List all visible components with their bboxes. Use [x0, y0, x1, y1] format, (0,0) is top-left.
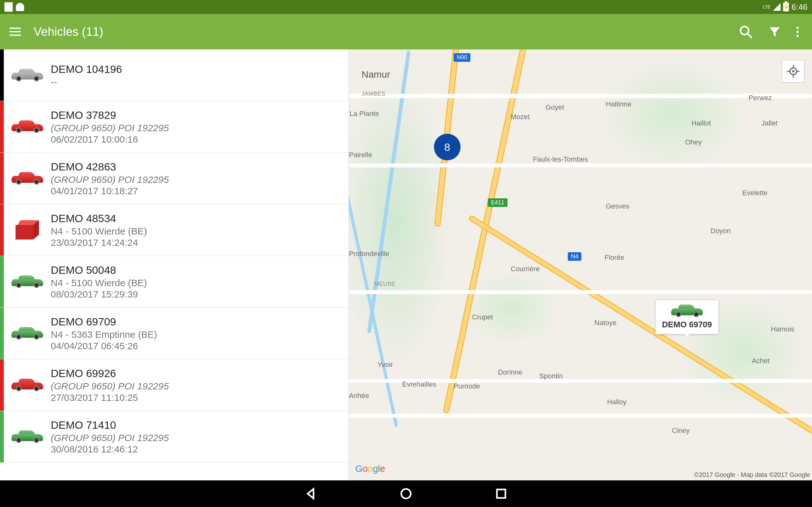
map-place-label: Doyon [711, 227, 731, 235]
map-place-label: JAMBES [362, 91, 386, 97]
vehicle-location: (GROUP 9650) POI 192295 [51, 174, 342, 185]
vehicle-icon [11, 172, 43, 185]
vehicle-icon [11, 327, 43, 340]
sd-card-icon [4, 2, 13, 12]
map-cluster-marker[interactable]: 8 [434, 134, 461, 160]
overflow-menu-button[interactable] [797, 26, 799, 37]
map-place-label: Profondeville [349, 250, 389, 258]
status-indicator [0, 205, 4, 256]
map-place-label: Natoye [595, 319, 617, 327]
vehicle-row[interactable]: DEMO 69926(GROUP 9650) POI 19229527/03/2… [0, 359, 349, 411]
vehicle-timestamp: 06/02/2017 10:00:16 [51, 134, 342, 145]
vehicle-name: DEMO 69709 [51, 316, 342, 328]
route-badge: N90 [454, 53, 470, 62]
map-place-label: Pairelle [349, 151, 372, 159]
map-place-label: Haillot [692, 119, 711, 127]
vehicle-row[interactable]: DEMO 48534N4 - 5100 Wierde (BE)23/03/201… [0, 205, 349, 256]
car-icon [671, 304, 703, 317]
back-button[interactable] [305, 487, 317, 500]
vehicle-icon [11, 120, 43, 133]
map-place-label: Anhée [349, 392, 369, 400]
recents-button[interactable] [495, 487, 507, 500]
map-place-label: Ciney [672, 427, 690, 435]
filter-button[interactable] [768, 25, 781, 38]
signal-icon [773, 3, 780, 11]
status-indicator [0, 101, 4, 153]
vehicle-timestamp: -- [51, 77, 342, 88]
status-indicator [0, 153, 4, 204]
vehicle-location: (GROUP 9650) POI 192295 [51, 381, 342, 392]
vehicle-timestamp: 04/01/2017 10:18:27 [51, 186, 342, 196]
status-indicator [0, 256, 4, 307]
vehicle-timestamp: 30/08/2016 12:46:12 [51, 444, 342, 455]
menu-button[interactable] [9, 27, 21, 36]
status-indicator [0, 359, 4, 411]
map-place-label: Achet [752, 357, 769, 365]
vehicle-row[interactable]: DEMO 37829(GROUP 9650) POI 19229506/02/2… [0, 101, 349, 153]
map-place-label: Crupet [472, 313, 493, 321]
vehicle-name: DEMO 71410 [51, 419, 342, 431]
map-place-label: Haltinne [606, 100, 631, 108]
info-window-label: DEMO 69709 [662, 320, 712, 330]
page-title: Vehicles (11) [34, 25, 739, 39]
search-button[interactable] [739, 25, 753, 39]
map-place-label: Meuse [374, 281, 396, 287]
vehicle-timestamp: 23/03/2017 14:24:24 [51, 237, 342, 248]
vehicle-row[interactable]: DEMO 69709N4 - 5363 Emptinne (BE)04/04/2… [0, 308, 349, 359]
vehicle-name: DEMO 69926 [51, 367, 342, 380]
map-place-label: Mozet [511, 113, 530, 121]
map-place-label: Hamois [771, 325, 795, 333]
android-status-bar: LTE ⚡ 6:46 [0, 0, 812, 14]
vehicle-name: DEMO 42863 [51, 161, 342, 173]
map-place-label: La Plante [350, 110, 379, 118]
map-place-label: Courrière [511, 265, 540, 273]
vehicle-name: DEMO 48534 [51, 212, 342, 225]
home-button[interactable] [400, 487, 412, 500]
map-place-label: Spontin [539, 372, 563, 380]
clock: 6:46 [792, 2, 808, 12]
search-icon [739, 25, 753, 39]
map-view[interactable]: NamurJAMBESLa PlantePairelleMozetGoyetHa… [349, 49, 812, 481]
map-place-label: Goyet [546, 103, 564, 112]
vehicle-location: N4 - 5100 Wierde (BE) [51, 226, 342, 237]
svg-line-1 [748, 34, 752, 38]
debug-icon [16, 3, 24, 11]
vehicle-row[interactable]: DEMO 104196-- [0, 49, 349, 101]
route-badge: N4 [568, 252, 581, 261]
vehicle-timestamp: 04/04/2017 06:45:26 [51, 341, 342, 351]
android-nav-bar [0, 481, 812, 507]
vehicle-list[interactable]: DEMO 104196--DEMO 37829(GROUP 9650) POI … [0, 49, 349, 481]
vehicle-name: DEMO 50048 [51, 264, 342, 276]
crosshair-icon [786, 65, 800, 78]
route-badge: E411 [488, 199, 507, 207]
map-place-label: Dorinne [498, 368, 522, 377]
battery-icon: ⚡ [783, 3, 789, 11]
filter-icon [768, 25, 781, 38]
map-attribution: ©2017 Google - Map data ©2017 Google [694, 471, 810, 478]
google-logo: Google [355, 463, 385, 474]
vehicle-name: DEMO 104196 [51, 63, 342, 75]
vehicle-location: (GROUP 9650) POI 192295 [51, 433, 342, 443]
map-place-label: Namur [362, 69, 390, 80]
vehicle-timestamp: 27/03/2017 11:10:25 [51, 392, 342, 403]
package-icon [15, 220, 39, 240]
vehicle-row[interactable]: DEMO 50048N4 - 5100 Wierde (BE)08/03/201… [0, 256, 349, 308]
my-location-button[interactable] [782, 60, 804, 82]
map-info-window[interactable]: DEMO 69709 [655, 300, 719, 334]
map-place-label: Yvoir [377, 360, 393, 369]
vehicle-row[interactable]: DEMO 42863(GROUP 9650) POI 19229504/01/2… [0, 153, 349, 205]
vehicle-location: (GROUP 9650) POI 192295 [51, 123, 342, 133]
vehicle-icon [11, 430, 43, 443]
map-place-label: Faulx-les-Tombes [533, 155, 588, 164]
network-type: LTE [763, 5, 771, 9]
svg-rect-9 [497, 490, 506, 498]
status-indicator [0, 49, 4, 101]
map-place-label: Purnode [454, 382, 480, 390]
map-place-label: Evelette [742, 189, 768, 197]
svg-point-3 [792, 70, 794, 72]
map-place-label: Perwez [749, 94, 772, 102]
svg-point-8 [401, 489, 411, 498]
cluster-count: 8 [444, 141, 450, 153]
vehicle-timestamp: 08/03/2017 15:29:39 [51, 289, 342, 300]
vehicle-row[interactable]: DEMO 71410(GROUP 9650) POI 19229530/08/2… [0, 411, 349, 463]
